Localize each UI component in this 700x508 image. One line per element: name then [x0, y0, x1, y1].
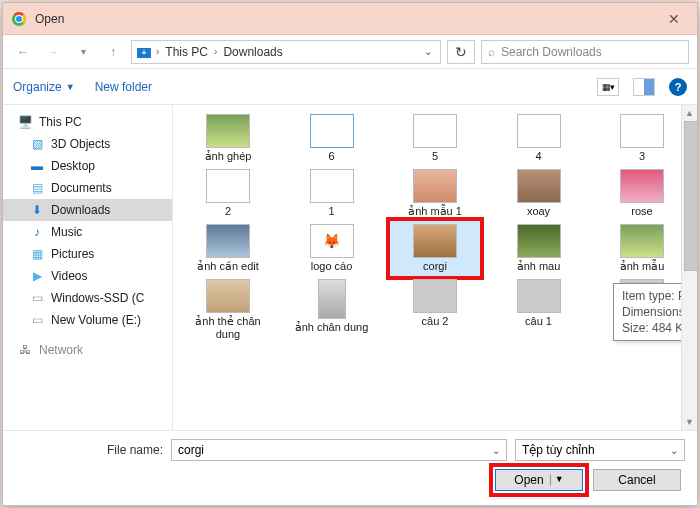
breadcrumb-seg[interactable]: Downloads — [221, 45, 284, 59]
tree-item-this-pc[interactable]: 🖥️This PC — [3, 111, 172, 133]
tree-item-videos[interactable]: ▶Videos — [3, 265, 172, 287]
scroll-down-icon[interactable]: ▼ — [682, 414, 697, 430]
breadcrumb-seg[interactable]: This PC — [163, 45, 210, 59]
nav-forward-button[interactable]: → — [41, 40, 65, 64]
cancel-button[interactable]: Cancel — [593, 469, 681, 491]
close-button[interactable]: ✕ — [651, 3, 697, 35]
open-dialog: Open ✕ ← → ▾ ↑ › This PC › Downloads ⌄ ↻… — [2, 2, 698, 506]
music-icon: ♪ — [29, 224, 45, 240]
address-bar: ← → ▾ ↑ › This PC › Downloads ⌄ ↻ ⌕ Sear… — [3, 35, 697, 69]
breadcrumb[interactable]: › This PC › Downloads ⌄ — [131, 40, 441, 64]
file-item[interactable]: ảnh mẫu — [597, 221, 687, 276]
dialog-body: 🖥️This PC ▧3D Objects ▬Desktop ▤Document… — [3, 105, 697, 430]
tree-item-downloads[interactable]: ⬇Downloads — [3, 199, 172, 221]
cube-icon: ▧ — [29, 136, 45, 152]
filename-label: File name: — [15, 443, 163, 457]
file-item[interactable]: 3 — [597, 111, 687, 166]
tree-item-pictures[interactable]: ▦Pictures — [3, 243, 172, 265]
download-folder-icon — [136, 44, 152, 60]
tree-item-3d-objects[interactable]: ▧3D Objects — [3, 133, 172, 155]
chevron-icon: › — [212, 46, 219, 57]
file-item[interactable]: 1 — [287, 166, 377, 221]
file-item[interactable]: ảnh thẻ chân dung — [183, 276, 273, 344]
refresh-button[interactable]: ↻ — [447, 40, 475, 64]
nav-up-button[interactable]: ▾ — [71, 40, 95, 64]
filename-input[interactable]: corgi ⌄ — [171, 439, 507, 461]
vertical-scrollbar[interactable]: ▲ ▼ — [681, 105, 697, 430]
search-input[interactable]: ⌕ Search Downloads — [481, 40, 689, 64]
network-icon: 🖧 — [17, 342, 33, 358]
organize-menu[interactable]: Organize▼ — [13, 80, 75, 94]
file-item[interactable]: câu 2 — [390, 276, 480, 344]
pc-icon: 🖥️ — [17, 114, 33, 130]
tree-item-music[interactable]: ♪Music — [3, 221, 172, 243]
dropdown-split-icon[interactable]: ▼ — [550, 474, 564, 486]
file-item-selected[interactable]: corgi — [390, 221, 480, 276]
tree-item-documents[interactable]: ▤Documents — [3, 177, 172, 199]
file-item[interactable]: ảnh cần edit — [183, 221, 273, 276]
tree-item-drive-e[interactable]: ▭New Volume (E:) — [3, 309, 172, 331]
view-options-button[interactable]: ▦▾ — [597, 78, 619, 96]
help-button[interactable]: ? — [669, 78, 687, 96]
file-item[interactable]: ảnh ghép — [183, 111, 273, 166]
file-item[interactable]: rose — [597, 166, 687, 221]
file-item[interactable]: xoay — [494, 166, 584, 221]
file-item[interactable]: 6 — [287, 111, 377, 166]
file-item[interactable]: ảnh mẫu 1 — [390, 166, 480, 221]
file-item[interactable]: ảnh chân dung — [287, 276, 377, 344]
drive-icon: ▭ — [29, 290, 45, 306]
preview-pane-button[interactable] — [633, 78, 655, 96]
tree-item-drive-c[interactable]: ▭Windows-SSD (C — [3, 287, 172, 309]
file-item[interactable]: câu 1 — [494, 276, 584, 344]
desktop-icon: ▬ — [29, 158, 45, 174]
chevron-down-icon[interactable]: ⌄ — [492, 445, 500, 456]
videos-icon: ▶ — [29, 268, 45, 284]
nav-back-button[interactable]: ← — [11, 40, 35, 64]
svg-point-4 — [16, 16, 22, 22]
documents-icon: ▤ — [29, 180, 45, 196]
dialog-footer: File name: corgi ⌄ Tệp tùy chỉnh ⌄ Open▼… — [3, 430, 697, 505]
toolbar: Organize▼ New folder ▦▾ ? — [3, 69, 697, 105]
chevron-down-icon[interactable]: ⌄ — [420, 46, 436, 57]
file-item[interactable]: 2 — [183, 166, 273, 221]
tree-item-network[interactable]: 🖧Network — [3, 339, 172, 361]
downloads-icon: ⬇ — [29, 202, 45, 218]
drive-icon: ▭ — [29, 312, 45, 328]
new-folder-button[interactable]: New folder — [95, 80, 152, 94]
file-item[interactable]: 4 — [494, 111, 584, 166]
chevron-icon: › — [154, 46, 161, 57]
search-placeholder: Search Downloads — [501, 45, 602, 59]
open-button[interactable]: Open▼ — [495, 469, 583, 491]
chrome-icon — [11, 11, 27, 27]
chevron-down-icon[interactable]: ⌄ — [670, 445, 678, 456]
nav-up-icon[interactable]: ↑ — [101, 40, 125, 64]
file-type-filter[interactable]: Tệp tùy chỉnh ⌄ — [515, 439, 685, 461]
file-item[interactable]: 🦊logo cáo — [287, 221, 377, 276]
search-icon: ⌕ — [488, 45, 495, 59]
file-item[interactable]: ảnh mau — [494, 221, 584, 276]
nav-tree: 🖥️This PC ▧3D Objects ▬Desktop ▤Document… — [3, 105, 173, 430]
dialog-title: Open — [35, 12, 64, 26]
pictures-icon: ▦ — [29, 246, 45, 262]
file-list: ảnh ghép 6 5 4 3 2 1 ảnh mẫu 1 xoay rose… — [173, 105, 697, 430]
titlebar: Open ✕ — [3, 3, 697, 35]
scroll-up-icon[interactable]: ▲ — [682, 105, 697, 121]
scroll-thumb[interactable] — [684, 121, 697, 271]
file-item[interactable]: 5 — [390, 111, 480, 166]
tree-item-desktop[interactable]: ▬Desktop — [3, 155, 172, 177]
